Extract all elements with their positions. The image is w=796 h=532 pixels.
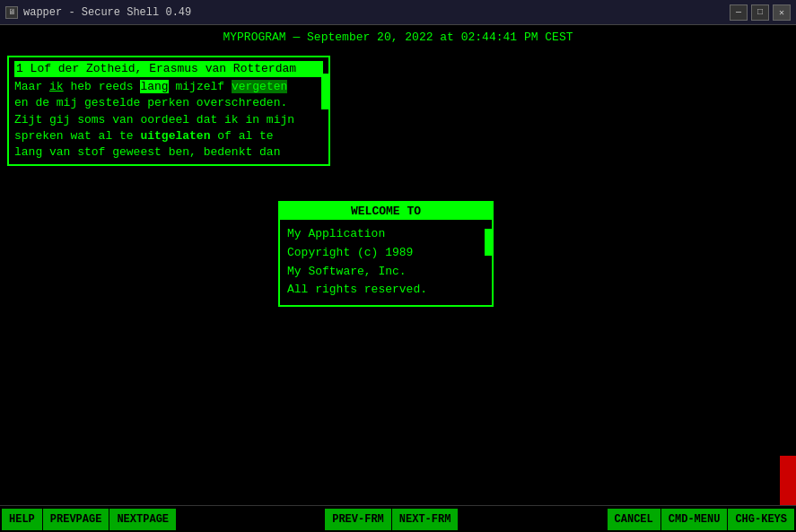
prevpage-button[interactable]: PREVPAGE bbox=[43, 509, 109, 530]
welcome-scrollbar[interactable] bbox=[485, 229, 492, 256]
text-line-5: lang van stof geweest ben, bedenkt dan bbox=[14, 144, 323, 161]
minimize-button[interactable]: — bbox=[730, 4, 748, 21]
welcome-line-2: Copyright (c) 1989 bbox=[287, 244, 485, 263]
text-panel: 1 Lof der Zotheid, Erasmus van Rotterdam… bbox=[7, 56, 330, 166]
nextpage-button[interactable]: NEXTPAGE bbox=[109, 509, 176, 530]
cancel-button[interactable]: CANCEL bbox=[608, 509, 660, 530]
text-panel-title: 1 Lof der Zotheid, Erasmus van Rotterdam bbox=[14, 61, 323, 77]
title-bar: 🖥 wapper - Secure Shell 0.49 — □ ✕ bbox=[0, 0, 796, 25]
window-title: wapper - Secure Shell 0.49 bbox=[23, 6, 191, 19]
text-line-4: spreken wat al te uitgelaten of al te bbox=[14, 128, 323, 144]
next-frm-button[interactable]: NEXT-FRM bbox=[392, 509, 459, 530]
prev-frm-button[interactable]: PREV-FRM bbox=[325, 509, 391, 530]
toolbar: HELP PREVPAGE NEXTPAGE PREV-FRM NEXT-FRM… bbox=[0, 505, 796, 532]
chg-keys-button[interactable]: CHG-KEYS bbox=[728, 509, 794, 530]
welcome-header: WELCOME TO bbox=[280, 203, 492, 220]
close-button[interactable]: ✕ bbox=[773, 4, 791, 21]
window-controls[interactable]: — □ ✕ bbox=[730, 4, 791, 21]
terminal-header: MYPROGRAM — September 20, 2022 at 02:44:… bbox=[0, 25, 796, 48]
text-line-3: Zijt gij soms van oordeel dat ik in mijn bbox=[14, 112, 323, 128]
welcome-line-3: My Software, Inc. bbox=[287, 263, 485, 282]
app-icon: 🖥 bbox=[5, 6, 18, 19]
title-bar-left: 🖥 wapper - Secure Shell 0.49 bbox=[5, 6, 191, 19]
welcome-line-4: All rights reserved. bbox=[287, 281, 485, 300]
maximize-button[interactable]: □ bbox=[751, 4, 769, 21]
red-indicator bbox=[780, 456, 796, 505]
welcome-body: My Application Copyright (c) 1989 My Sof… bbox=[280, 220, 492, 305]
underline-ik: ik bbox=[49, 80, 64, 93]
text-panel-scrollbar[interactable] bbox=[321, 74, 328, 109]
highlight-vergeten: vergeten bbox=[232, 80, 287, 93]
help-button[interactable]: HELP bbox=[2, 509, 42, 530]
highlight-lang: lang bbox=[140, 80, 168, 93]
welcome-line-1: My Application bbox=[287, 225, 485, 244]
text-line-2: en de mij gestelde perken overschreden. bbox=[14, 95, 323, 111]
text-line-1: Maar ik heb reeds lang mijzelf vergeten bbox=[14, 79, 323, 95]
bold-uitgelaten: uitgelaten bbox=[140, 129, 210, 143]
terminal-area: MYPROGRAM — September 20, 2022 at 02:44:… bbox=[0, 25, 796, 505]
welcome-dialog: WELCOME TO My Application Copyright (c) … bbox=[278, 201, 494, 307]
cmd-menu-button[interactable]: CMD-MENU bbox=[661, 509, 728, 530]
